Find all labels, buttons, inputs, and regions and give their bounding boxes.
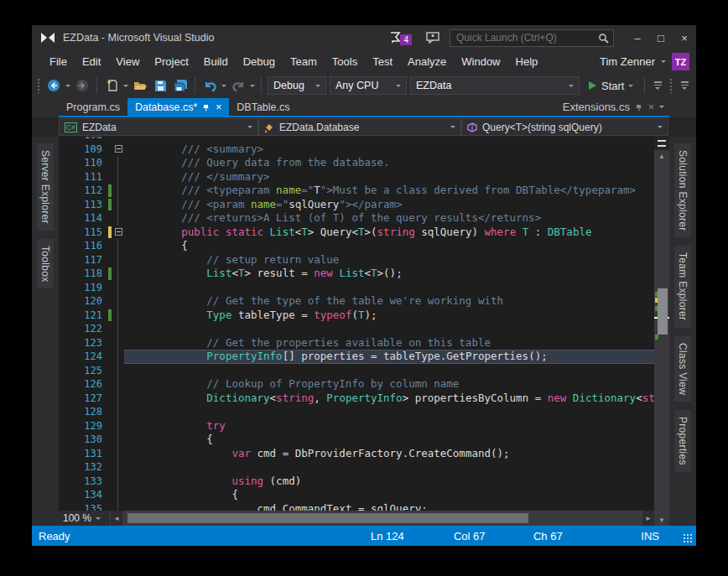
line-number[interactable]: 117 — [59, 253, 107, 267]
code-text[interactable]: try — [124, 419, 654, 433]
code-line-121[interactable]: 121 Type tableType = typeof(T); — [59, 309, 654, 323]
menu-edit[interactable]: Edit — [75, 53, 108, 70]
code-text[interactable]: // Get the type of the table we're worki… — [124, 294, 654, 309]
code-text[interactable]: cmd.CommandText = sqlQuery; — [124, 502, 654, 511]
menu-analyze[interactable]: Analyze — [400, 53, 454, 70]
vscroll-thumb[interactable] — [658, 288, 668, 335]
undo-dropdown-caret-icon[interactable] — [221, 85, 226, 87]
code-text[interactable]: using (cmd) — [124, 475, 654, 489]
type-dropdown[interactable]: EZData.Database — [258, 118, 461, 136]
maximize-button[interactable]: □ — [649, 25, 673, 50]
code-text[interactable] — [124, 281, 654, 295]
right-tab-solution-explorer[interactable]: Solution Explorer — [674, 143, 691, 237]
tab-list-caret-icon[interactable] — [659, 106, 664, 108]
menu-file[interactable]: File — [42, 53, 75, 70]
scroll-up-icon[interactable]: ▲ — [654, 150, 669, 162]
code-text[interactable]: List<T> result = new List<T>(); — [124, 267, 654, 281]
navigate-back-button[interactable] — [45, 76, 62, 95]
code-text[interactable]: // Get the properties available on this … — [124, 336, 654, 350]
code-editor[interactable]: 108109 /// <summary>110 /// Query data f… — [59, 137, 654, 526]
horizontal-scrollbar[interactable]: 100 % ◄ ► — [59, 511, 654, 526]
quick-launch-box[interactable] — [450, 29, 614, 47]
line-number[interactable]: 135 — [59, 502, 107, 511]
line-number[interactable]: 111 — [59, 170, 107, 184]
vertical-scrollbar[interactable]: ▲ ▼ — [654, 137, 669, 526]
project-scope-dropdown[interactable]: C# EZData — [59, 118, 258, 136]
line-number[interactable]: 114 — [59, 211, 107, 226]
code-line-122[interactable]: 122 — [59, 322, 654, 336]
code-line-109[interactable]: 109 /// <summary> — [59, 143, 654, 157]
line-number[interactable]: 116 — [59, 239, 107, 253]
line-number[interactable]: 129 — [59, 419, 107, 433]
line-number[interactable]: 128 — [59, 405, 107, 419]
code-line-113[interactable]: 113 /// <param name="sqlQuery"></param> — [59, 198, 654, 212]
menu-debug[interactable]: Debug — [236, 53, 283, 70]
line-number[interactable]: 123 — [59, 336, 107, 350]
menu-test[interactable]: Test — [365, 53, 400, 70]
tab-extensions[interactable]: Extensions.cs × — [558, 98, 669, 116]
code-text[interactable]: PropertyInfo[] properties = tableType.Ge… — [124, 350, 654, 364]
tab-database-cs-[interactable]: Database.cs*× — [127, 98, 229, 116]
line-number[interactable]: 134 — [59, 488, 107, 502]
open-file-button[interactable] — [132, 76, 148, 95]
line-number[interactable]: 127 — [59, 392, 107, 406]
line-number[interactable]: 125 — [59, 364, 107, 378]
code-text[interactable]: // Lookup of PropertyInfo by column name — [124, 377, 654, 392]
code-text[interactable]: Dictionary<string, PropertyInfo> propert… — [124, 392, 654, 406]
redo-button[interactable] — [230, 76, 247, 95]
code-text[interactable]: Type tableType = typeof(T); — [124, 309, 654, 323]
user-avatar[interactable]: TZ — [672, 53, 689, 70]
line-number[interactable]: 120 — [59, 294, 107, 309]
code-line-123[interactable]: 123 // Get the properties available on t… — [59, 336, 654, 350]
tab-program-cs[interactable]: Program.cs — [59, 98, 127, 116]
line-number[interactable]: 109 — [59, 143, 107, 157]
code-line-134[interactable]: 134 { — [59, 488, 654, 502]
code-line-111[interactable]: 111 /// </summary> — [59, 170, 654, 184]
close-button[interactable]: × — [673, 25, 696, 50]
pin-icon[interactable] — [635, 103, 643, 112]
code-text[interactable]: { — [124, 239, 654, 253]
close-tab-icon[interactable]: × — [216, 102, 221, 112]
close-tab-icon[interactable]: × — [648, 102, 654, 112]
save-all-button[interactable] — [172, 76, 189, 95]
right-tab-class-view[interactable]: Class View — [674, 336, 691, 402]
code-line-125[interactable]: 125 — [59, 364, 654, 378]
menu-help[interactable]: Help — [508, 53, 546, 70]
code-line-133[interactable]: 133 using (cmd) — [59, 475, 654, 489]
code-line-127[interactable]: 127 Dictionary<string, PropertyInfo> pro… — [59, 392, 654, 406]
code-line-132[interactable]: 132 — [59, 460, 654, 475]
user-dropdown-caret-icon[interactable] — [661, 60, 666, 63]
vscroll-track[interactable] — [654, 162, 669, 514]
line-number[interactable]: 110 — [59, 156, 107, 170]
solution-platform-dropdown[interactable]: Any CPU — [330, 76, 407, 95]
menu-window[interactable]: Window — [454, 53, 507, 70]
code-text[interactable] — [124, 405, 654, 419]
toolbar-option-button-1[interactable] — [651, 81, 664, 90]
undo-button[interactable] — [201, 76, 218, 95]
code-text[interactable]: /// Query data from the database. — [124, 156, 654, 170]
line-number[interactable]: 133 — [59, 475, 107, 489]
line-number[interactable]: 122 — [59, 322, 107, 336]
left-tab-server-explorer[interactable]: Server Explorer — [37, 143, 54, 231]
code-line-135[interactable]: 135 cmd.CommandText = sqlQuery; — [59, 502, 654, 511]
menu-build[interactable]: Build — [196, 53, 236, 70]
code-line-110[interactable]: 110 /// Query data from the database. — [59, 156, 654, 170]
start-debugging-button[interactable]: Start — [583, 76, 638, 95]
new-item-button[interactable] — [103, 76, 120, 95]
save-button[interactable] — [152, 76, 169, 95]
code-text[interactable]: /// <param name="sqlQuery"></param> — [124, 198, 654, 212]
right-tab-properties[interactable]: Properties — [674, 410, 691, 472]
line-number[interactable]: 115 — [59, 226, 107, 240]
notifications-button[interactable]: 4 — [389, 32, 401, 44]
code-line-126[interactable]: 126 // Lookup of PropertyInfo by column … — [59, 377, 654, 392]
code-text[interactable]: public static List<T> Query<T>(string sq… — [124, 226, 654, 240]
code-text[interactable] — [124, 364, 654, 378]
pin-icon[interactable] — [202, 103, 211, 112]
hscroll-track[interactable] — [122, 511, 642, 526]
back-dropdown-caret-icon[interactable] — [65, 85, 70, 87]
menu-project[interactable]: Project — [147, 53, 195, 70]
code-text[interactable] — [124, 460, 654, 475]
minimize-button[interactable]: – — [626, 25, 649, 50]
code-line-120[interactable]: 120 // Get the type of the table we're w… — [59, 294, 654, 309]
toolbar-grip-2[interactable] — [669, 78, 673, 93]
